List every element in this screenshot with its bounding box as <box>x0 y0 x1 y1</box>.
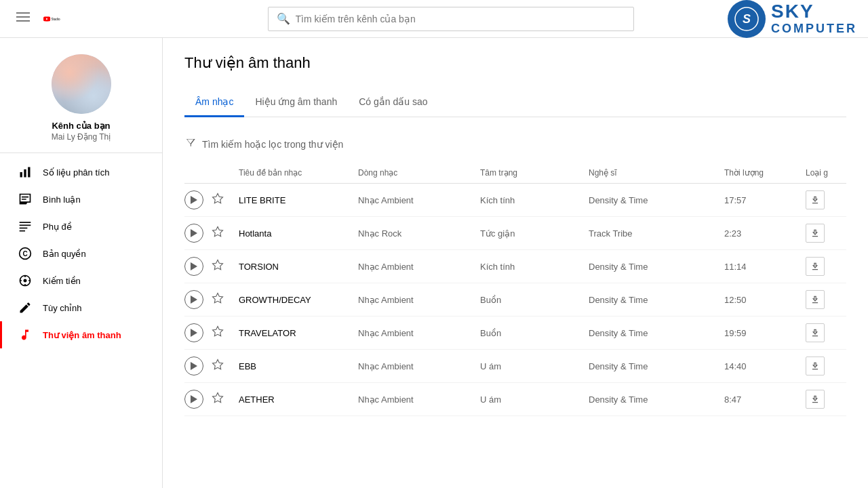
star-button[interactable] <box>212 325 239 341</box>
svg-rect-11 <box>20 228 28 229</box>
tracks-container: LITE BRITE Nhạc Ambient Kích tính Densit… <box>184 184 846 416</box>
play-button[interactable] <box>184 323 203 342</box>
star-button[interactable] <box>212 359 239 374</box>
tab-sfx[interactable]: Hiệu ứng âm thanh <box>244 88 348 117</box>
download-button[interactable] <box>806 224 825 243</box>
track-mood: Buồn <box>480 295 589 305</box>
svg-marker-24 <box>213 326 223 336</box>
col-mood: Tâm trạng <box>480 168 589 178</box>
sky-computer-logo: S SKY COMPUTER <box>728 0 857 38</box>
sidebar-label-analytics: Số liệu phân tích <box>43 167 109 178</box>
library-search-placeholder: Tìm kiếm hoặc lọc trong thư viện <box>202 139 343 150</box>
main-layout: Kênh của bạn Mai Ly Đặng Thị Số liệu phâ… <box>0 38 868 488</box>
svg-rect-12 <box>20 230 25 232</box>
download-button[interactable] <box>806 357 825 375</box>
sidebar-item-audio-library[interactable]: Thư viện âm thanh <box>0 321 162 348</box>
audio-library-icon <box>18 328 32 342</box>
track-artist: Density & Time <box>589 361 724 371</box>
download-button[interactable] <box>806 190 825 209</box>
svg-text:Studio: Studio <box>51 17 60 20</box>
table-row: AETHER Nhạc Ambient U ám Density & Time … <box>184 383 846 416</box>
svg-marker-27 <box>191 395 197 403</box>
star-button[interactable] <box>212 259 239 274</box>
svg-rect-10 <box>20 225 31 226</box>
table-row: Hotlanta Nhạc Rock Tức giận Track Tribe … <box>184 217 846 250</box>
svg-rect-2 <box>16 20 30 22</box>
track-mood: Kích tính <box>480 195 589 205</box>
tab-music[interactable]: Âm nhạc <box>184 88 244 117</box>
youtube-studio-logo[interactable]: Studio <box>43 12 65 26</box>
play-button[interactable] <box>184 390 203 409</box>
track-artist: Density & Time <box>589 328 724 338</box>
sidebar-item-monetize[interactable]: Kiếm tiền <box>0 267 162 294</box>
track-artist: Density & Time <box>589 394 724 405</box>
download-button[interactable] <box>806 290 825 309</box>
track-duration: 12:50 <box>724 295 806 305</box>
track-duration: 14:40 <box>724 361 806 371</box>
track-duration: 8:47 <box>724 394 806 405</box>
svg-rect-8 <box>28 167 30 178</box>
track-mood: U ám <box>480 394 589 405</box>
page-title: Thư viện âm thanh <box>184 54 846 72</box>
star-button[interactable] <box>212 292 239 308</box>
svg-marker-22 <box>213 293 223 302</box>
download-button[interactable] <box>806 257 825 276</box>
subtitles-icon <box>18 220 32 233</box>
track-genre: Nhạc Ambient <box>358 394 480 405</box>
sidebar-item-copyright[interactable]: C Bản quyền <box>0 240 162 267</box>
track-title: EBB <box>239 361 358 371</box>
sidebar-item-comments[interactable]: Bình luận <box>0 186 162 213</box>
table-row: TORSION Nhạc Ambient Kích tính Density &… <box>184 250 846 283</box>
sidebar-label-monetize: Kiếm tiền <box>43 276 81 286</box>
track-genre: Nhạc Rock <box>358 228 480 239</box>
main-content: Thư viện âm thanh Âm nhạc Hiệu ứng âm th… <box>163 38 868 488</box>
svg-rect-7 <box>24 169 26 178</box>
search-input[interactable] <box>296 14 625 24</box>
sky-label: SKY <box>771 1 857 22</box>
svg-marker-26 <box>213 359 223 369</box>
sidebar-label-comments: Bình luận <box>43 195 81 205</box>
track-mood: U ám <box>480 361 589 371</box>
track-genre: Nhạc Ambient <box>358 195 480 205</box>
svg-marker-28 <box>213 392 223 402</box>
svg-marker-21 <box>191 296 197 304</box>
play-button[interactable] <box>184 290 203 309</box>
computer-label: COMPUTER <box>771 22 857 36</box>
star-button[interactable] <box>212 226 239 241</box>
download-button[interactable] <box>806 390 825 409</box>
play-button[interactable] <box>184 190 203 209</box>
sidebar-item-customize[interactable]: Tùy chỉnh <box>0 294 162 321</box>
col-duration: Thời lượng <box>724 168 806 178</box>
avatar[interactable] <box>52 54 111 114</box>
track-title: Hotlanta <box>239 228 358 239</box>
search-icon: 🔍 <box>277 12 290 25</box>
svg-text:S: S <box>743 12 751 26</box>
track-genre: Nhạc Ambient <box>358 361 480 371</box>
sky-text-block: SKY COMPUTER <box>771 1 857 36</box>
analytics-icon <box>18 165 32 179</box>
table-row: LITE BRITE Nhạc Ambient Kích tính Densit… <box>184 184 846 217</box>
download-button[interactable] <box>806 323 825 342</box>
tab-starred[interactable]: Có gắn dấu sao <box>348 88 438 117</box>
track-mood: Buồn <box>480 328 589 338</box>
menu-icon[interactable] <box>11 5 35 33</box>
play-button[interactable] <box>184 257 203 276</box>
track-mood: Kích tính <box>480 262 589 272</box>
table-header: Tiêu đề bản nhạc Dòng nhạc Tâm trạng Ngh… <box>184 163 846 184</box>
sidebar-label-subtitles: Phụ đề <box>43 222 72 232</box>
play-button[interactable] <box>184 357 203 375</box>
svg-rect-6 <box>20 172 22 178</box>
sidebar-item-analytics[interactable]: Số liệu phân tích <box>0 159 162 186</box>
search-box[interactable]: 🔍 <box>268 7 634 31</box>
svg-marker-18 <box>213 226 223 236</box>
track-title: GROWTH/DECAY <box>239 295 358 305</box>
track-genre: Nhạc Ambient <box>358 295 480 305</box>
topbar: Studio 🔍 S SKY COMPUTER <box>0 0 868 38</box>
track-artist: Track Tribe <box>589 228 724 239</box>
track-artist: Density & Time <box>589 295 724 305</box>
library-search[interactable]: Tìm kiếm hoặc lọc trong thư viện <box>184 131 846 163</box>
play-button[interactable] <box>184 224 203 243</box>
star-button[interactable] <box>212 392 239 407</box>
star-button[interactable] <box>212 192 239 208</box>
sidebar-item-subtitles[interactable]: Phụ đề <box>0 213 162 240</box>
